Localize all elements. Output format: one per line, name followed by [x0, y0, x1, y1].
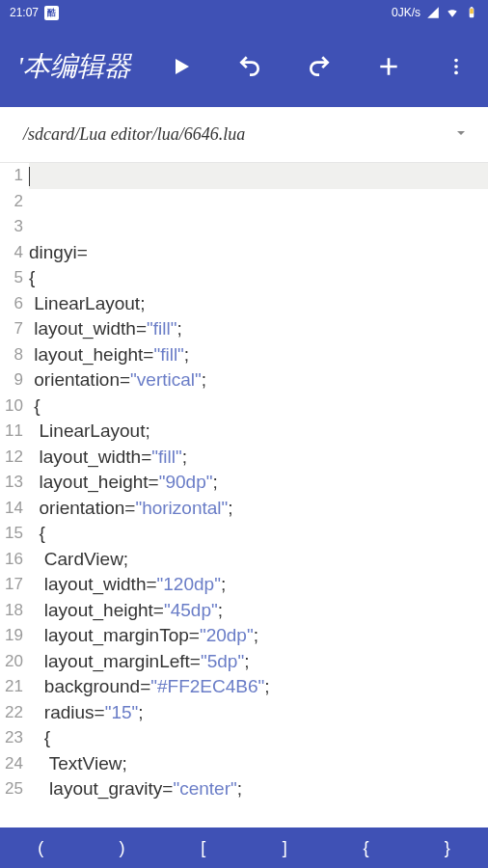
more-vert-icon	[446, 56, 467, 77]
code-line[interactable]	[29, 163, 488, 189]
symbol-key[interactable]: {	[325, 830, 406, 866]
line-number: 25	[0, 776, 23, 802]
code-line[interactable]: layout_width="120dp";	[29, 572, 488, 598]
symbol-key[interactable]: ]	[244, 830, 325, 866]
line-number: 15	[0, 521, 23, 547]
line-number: 24	[0, 751, 23, 777]
line-number: 16	[0, 547, 23, 573]
line-number: 12	[0, 445, 23, 471]
undo-icon	[237, 54, 262, 79]
svg-point-5	[454, 70, 458, 74]
svg-point-3	[454, 58, 458, 62]
status-right: 0JK/s	[392, 6, 478, 19]
symbol-bar: ()[]{}	[0, 827, 488, 868]
line-number: 18	[0, 598, 23, 624]
line-number: 13	[0, 470, 23, 496]
file-path-bar[interactable]: /sdcard/Lua editor/lua/6646.lua	[0, 107, 488, 163]
redo-icon	[307, 54, 332, 79]
symbol-key[interactable]: [	[163, 830, 244, 866]
redo-button[interactable]	[301, 48, 338, 85]
plus-icon	[376, 54, 401, 79]
line-number: 3	[0, 214, 23, 240]
code-line[interactable]: TextView;	[29, 751, 488, 777]
undo-button[interactable]	[231, 48, 268, 85]
code-line[interactable]: layout_height="45dp";	[29, 598, 488, 624]
code-line[interactable]: LinearLayout;	[29, 419, 488, 445]
play-icon	[170, 55, 193, 78]
line-number: 22	[0, 700, 23, 726]
line-number: 5	[0, 265, 23, 291]
code-line[interactable]: CardView;	[29, 547, 488, 573]
code-line[interactable]: {	[29, 725, 488, 751]
run-button[interactable]	[164, 49, 199, 84]
code-line[interactable]: LinearLayout;	[29, 291, 488, 317]
app-title: '本编辑器	[17, 48, 164, 85]
status-time: 21:07	[10, 6, 39, 19]
line-number-gutter: 1234567891011121314151617181920212223242…	[0, 163, 25, 827]
code-line[interactable]	[29, 214, 488, 240]
code-line[interactable]: layout_height="fill";	[29, 342, 488, 368]
code-line[interactable]: layout_width="fill";	[29, 445, 488, 471]
code-line[interactable]: layout_height="90dp";	[29, 470, 488, 496]
toolbar-actions	[164, 48, 476, 85]
symbol-key[interactable]: }	[407, 830, 488, 866]
signal-icon	[426, 6, 440, 19]
add-button[interactable]	[370, 48, 407, 85]
line-number: 23	[0, 725, 23, 751]
code-editor[interactable]: 1234567891011121314151617181920212223242…	[0, 163, 488, 827]
code-line[interactable]: layout_marginTop="20dp";	[29, 623, 488, 649]
line-number: 21	[0, 674, 23, 700]
line-number: 4	[0, 240, 23, 266]
code-area[interactable]: dingyi={ LinearLayout; layout_width="fil…	[25, 163, 488, 827]
line-number: 1	[0, 163, 23, 189]
line-number: 8	[0, 342, 23, 368]
code-line[interactable]: layout_width="fill";	[29, 316, 488, 342]
status-bar: 21:07 酷 0JK/s	[0, 0, 488, 25]
symbol-key[interactable]: (	[0, 830, 81, 866]
file-path: /sdcard/Lua editor/lua/6646.lua	[23, 124, 453, 145]
svg-point-4	[454, 65, 458, 68]
line-number: 17	[0, 572, 23, 598]
line-number: 10	[0, 393, 23, 420]
code-line[interactable]: dingyi=	[29, 240, 488, 266]
svg-rect-1	[470, 9, 474, 14]
code-line[interactable]: layout_marginLeft="5dp";	[29, 649, 488, 675]
chevron-down-icon	[453, 125, 469, 145]
line-number: 14	[0, 496, 23, 522]
code-line[interactable]: background="#FF2EC4B6";	[29, 674, 488, 700]
line-number: 9	[0, 367, 23, 393]
symbol-key[interactable]: )	[81, 830, 162, 866]
line-number: 19	[0, 623, 23, 649]
line-number: 7	[0, 316, 23, 342]
code-line[interactable]: {	[29, 265, 488, 291]
toolbar: '本编辑器	[0, 25, 488, 107]
line-number: 6	[0, 291, 23, 317]
code-line[interactable]: radius="15";	[29, 700, 488, 726]
battery-icon	[465, 6, 478, 19]
wifi-icon	[446, 6, 459, 19]
app-badge-icon: 酷	[44, 6, 59, 20]
svg-rect-2	[471, 7, 473, 8]
network-speed: 0JK/s	[392, 6, 420, 19]
code-line[interactable]: orientation="vertical";	[29, 367, 488, 393]
code-line[interactable]: orientation="horizontal";	[29, 496, 488, 522]
line-number: 20	[0, 649, 23, 675]
code-line[interactable]	[29, 189, 488, 215]
code-line[interactable]: {	[29, 393, 488, 420]
status-left: 21:07 酷	[10, 6, 59, 20]
code-line[interactable]: layout_gravity="center";	[29, 776, 488, 802]
code-line[interactable]: {	[29, 521, 488, 547]
line-number: 2	[0, 189, 23, 215]
line-number: 11	[0, 419, 23, 445]
overflow-menu-button[interactable]	[440, 50, 473, 83]
